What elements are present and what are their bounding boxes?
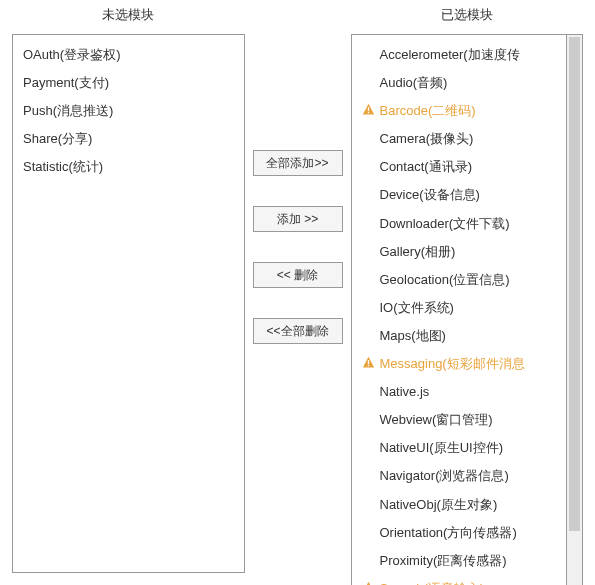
list-item-label: Audio(音频) [380,75,448,90]
list-item[interactable]: IO(文件系统) [352,294,567,322]
list-item-label: Webview(窗口管理) [380,412,493,427]
list-item-label: NativeUI(原生UI控件) [380,440,504,455]
list-item-label: Native.js [380,384,430,399]
list-item-label: Push(消息推送) [23,103,113,118]
list-item-label: Proximity(距离传感器) [380,553,507,568]
list-item[interactable]: Downloader(文件下载) [352,210,567,238]
add-all-button[interactable]: 全部添加>> [253,150,343,176]
warning-icon [362,103,375,116]
vertical-scrollbar[interactable] [567,34,583,585]
list-item[interactable]: Audio(音频) [352,69,567,97]
unselected-listbox[interactable]: OAuth(登录鉴权)Payment(支付)Push(消息推送)Share(分享… [12,34,245,573]
list-item[interactable]: Contact(通讯录) [352,153,567,181]
selected-title: 已选模块 [351,0,584,34]
list-item-label: Barcode(二维码) [380,103,476,118]
list-item-label: Device(设备信息) [380,187,480,202]
list-item[interactable]: Barcode(二维码) [352,97,567,125]
list-item-label: Geolocation(位置信息) [380,272,510,287]
selected-panel: 已选模块 Accelerometer(加速度传Audio(音频)Barcode(… [351,0,584,585]
transfer-buttons: 全部添加>> 添加 >> << 删除 <<全部删除 [253,0,343,585]
list-item-label: NativeObj(原生对象) [380,497,498,512]
list-item-label: Share(分享) [23,131,92,146]
list-item-label: Contact(通讯录) [380,159,472,174]
list-item[interactable]: Webview(窗口管理) [352,406,567,434]
list-item-label: Orientation(方向传感器) [380,525,517,540]
list-item[interactable]: Messaging(短彩邮件消息 [352,350,567,378]
list-item[interactable]: Share(分享) [13,125,244,153]
list-item-label: Gallery(相册) [380,244,456,259]
list-item-label: Payment(支付) [23,75,109,90]
list-item[interactable]: NativeObj(原生对象) [352,491,567,519]
list-item[interactable]: Native.js [352,378,567,406]
list-item[interactable]: Proximity(距离传感器) [352,547,567,575]
list-item[interactable]: Gallery(相册) [352,238,567,266]
list-item-label: Downloader(文件下载) [380,216,510,231]
list-item-label: Statistic(统计) [23,159,103,174]
list-item[interactable]: Maps(地图) [352,322,567,350]
svg-rect-3 [367,365,368,366]
list-item[interactable]: Camera(摄像头) [352,125,567,153]
list-item[interactable]: Navigator(浏览器信息) [352,462,567,490]
list-item[interactable]: Orientation(方向传感器) [352,519,567,547]
unselected-title: 未选模块 [12,0,245,34]
list-item[interactable]: OAuth(登录鉴权) [13,41,244,69]
list-item[interactable]: Accelerometer(加速度传 [352,41,567,69]
remove-all-button[interactable]: <<全部删除 [253,318,343,344]
unselected-panel: 未选模块 OAuth(登录鉴权)Payment(支付)Push(消息推送)Sha… [12,0,245,585]
add-button[interactable]: 添加 >> [253,206,343,232]
list-item-label: Speech(语音输入) [380,581,485,585]
list-item[interactable]: Statistic(统计) [13,153,244,181]
list-item[interactable]: Payment(支付) [13,69,244,97]
svg-rect-1 [367,112,368,113]
list-item[interactable]: NativeUI(原生UI控件) [352,434,567,462]
list-item-label: Camera(摄像头) [380,131,474,146]
list-item-label: IO(文件系统) [380,300,454,315]
list-item-label: OAuth(登录鉴权) [23,47,121,62]
svg-rect-0 [367,107,368,111]
list-item[interactable]: Push(消息推送) [13,97,244,125]
list-item-label: Accelerometer(加速度传 [380,47,520,62]
list-item-label: Navigator(浏览器信息) [380,468,509,483]
list-item-label: Maps(地图) [380,328,446,343]
list-item[interactable]: Device(设备信息) [352,181,567,209]
list-item[interactable]: Geolocation(位置信息) [352,266,567,294]
list-item[interactable]: Speech(语音输入) [352,575,567,585]
warning-icon [362,356,375,369]
selected-listbox[interactable]: Accelerometer(加速度传Audio(音频)Barcode(二维码)C… [351,34,568,585]
svg-rect-2 [367,360,368,364]
remove-button[interactable]: << 删除 [253,262,343,288]
list-item-label: Messaging(短彩邮件消息 [380,356,525,371]
scrollbar-thumb[interactable] [569,37,580,531]
warning-icon [362,581,375,585]
